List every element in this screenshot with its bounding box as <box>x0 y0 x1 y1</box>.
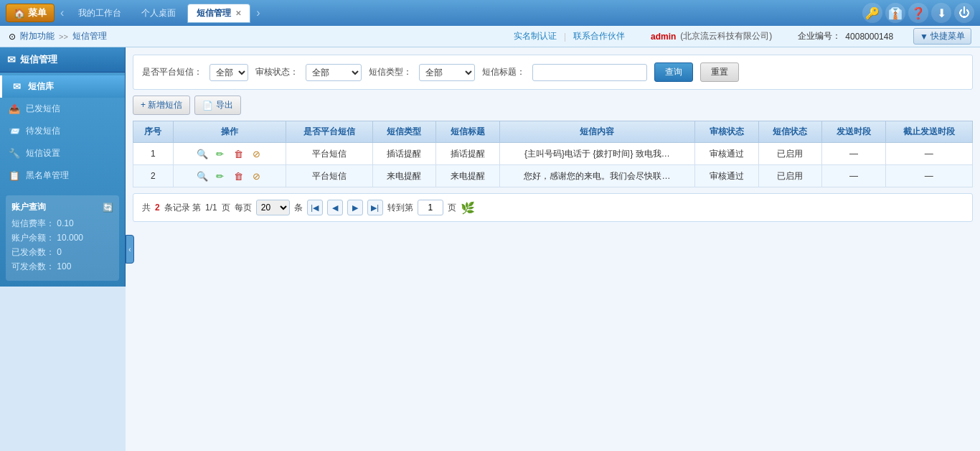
cell-send-2: — <box>822 165 886 187</box>
table-row: 2 🔍 ✏ 🗑 ⊘ 平台短信 来电提醒 来电提醒 您好，感谢您的来电。我们会尽快… <box>133 165 973 187</box>
help-icon-btn[interactable]: ❓ <box>908 3 928 23</box>
delete-icon-1[interactable]: 🗑 <box>231 147 245 161</box>
goto-unit: 页 <box>448 202 456 214</box>
audit-label: 审核状态： <box>255 66 298 78</box>
sidebar-menu: ✉ 短信库 📤 已发短信 📨 待发短信 🔧 短信设置 📋 黑名单管理 <box>0 73 125 190</box>
edit-icon-1[interactable]: ✏ <box>213 147 227 161</box>
link-realname[interactable]: 实名制认证 <box>514 30 557 42</box>
shirt-icon-btn[interactable]: 👔 <box>885 3 905 23</box>
sent-icon: 📤 <box>9 103 20 114</box>
cell-audit-1: 审核通过 <box>695 143 759 165</box>
content-area: 是否平台短信： 全部是否 审核状态： 全部审核通过待审核已拒绝 短信类型： 全部… <box>126 47 980 451</box>
query-button[interactable]: 查询 <box>654 62 693 82</box>
platform-select[interactable]: 全部是否 <box>209 64 248 81</box>
cell-seq-1: 1 <box>133 143 174 165</box>
sidebar-collapse-btn[interactable]: ‹ <box>126 235 134 264</box>
add-sms-button[interactable]: + 新增短信 <box>133 96 190 115</box>
col-platform: 是否平台短信 <box>286 121 372 143</box>
per-page-label: 每页 <box>235 202 252 214</box>
cell-seq-2: 2 <box>133 165 174 187</box>
key-icon-btn[interactable]: 🔑 <box>862 3 882 23</box>
col-status: 短信状态 <box>758 121 822 143</box>
col-title: 短信标题 <box>436 121 500 143</box>
sidebar-header: ✉ 短信管理 <box>0 47 125 73</box>
sidebar-item-smslib[interactable]: ✉ 短信库 <box>0 75 125 98</box>
company-name: (北京流云科技有限公司) <box>680 30 772 42</box>
toolbar: + 新增短信 📄 导出 <box>133 96 973 115</box>
cell-end-1: — <box>885 143 972 165</box>
smslib-icon: ✉ <box>11 81 22 92</box>
cell-type-1: 插话提醒 <box>372 143 436 165</box>
tab-sms[interactable]: 短信管理 ✕ <box>187 4 250 23</box>
cell-title-2: 来电提醒 <box>436 165 500 187</box>
quick-menu-label: 快捷菜单 <box>930 30 965 42</box>
total-label: 共 <box>142 202 151 214</box>
menu-button[interactable]: 🏠 菜单 <box>6 4 55 22</box>
nav-forward-arrow[interactable]: › <box>253 6 263 19</box>
refresh-icon[interactable]: 🔄 <box>103 203 113 213</box>
audit-select[interactable]: 全部审核通过待审核已拒绝 <box>306 64 362 81</box>
link-partner[interactable]: 联系合作伙伴 <box>573 30 625 42</box>
subject-input[interactable] <box>532 64 647 81</box>
breadcrumb-bar: ⊙ 附加功能 >> 短信管理 实名制认证 | 联系合作伙伴 admin (北京流… <box>0 26 980 47</box>
col-type: 短信类型 <box>372 121 436 143</box>
sidebar-item-settings[interactable]: 🔧 短信设置 <box>0 142 125 164</box>
settings-icon: 🔧 <box>9 148 20 159</box>
view-icon-2[interactable]: 🔍 <box>195 169 209 183</box>
page-info: 1/1 <box>205 203 217 213</box>
col-content: 短信内容 <box>499 121 694 143</box>
per-page-select[interactable]: 102050100 <box>256 200 290 215</box>
prev-page-btn[interactable]: ◀ <box>327 200 343 215</box>
sidebar-wrapper: ✉ 短信管理 ✉ 短信库 📤 已发短信 📨 待发短信 🔧 短信设 <box>0 47 126 451</box>
disable-icon-2[interactable]: ⊘ <box>250 169 264 183</box>
next-page-btn[interactable]: ▶ <box>347 200 363 215</box>
quick-menu-btn[interactable]: ▼ 快捷菜单 <box>913 28 971 45</box>
envelope-icon: ✉ <box>7 54 16 65</box>
col-send-period: 发送时段 <box>822 121 886 143</box>
tab-desktop[interactable]: 个人桌面 <box>133 4 184 22</box>
tab-workbench[interactable]: 我的工作台 <box>70 4 130 22</box>
account-title: 账户查询 <box>11 201 46 213</box>
account-section: 账户查询 🔄 短信费率： 0.10 账户余额： 10.000 已发余数： 0 可… <box>6 195 119 281</box>
nav-back-arrow[interactable]: ‹ <box>57 6 67 19</box>
type-select[interactable]: 全部平台短信自定义 <box>419 64 475 81</box>
sidebar-item-sent[interactable]: 📤 已发短信 <box>0 98 125 120</box>
goto-input[interactable] <box>418 200 443 215</box>
reset-button[interactable]: 重置 <box>700 62 739 82</box>
sidebar-item-blacklist[interactable]: 📋 黑名单管理 <box>0 164 125 187</box>
first-page-btn[interactable]: |◀ <box>307 200 323 215</box>
delete-icon-2[interactable]: 🗑 <box>231 169 245 183</box>
cell-type-2: 来电提醒 <box>372 165 436 187</box>
edit-icon-2[interactable]: ✏ <box>213 169 227 183</box>
power-icon-btn[interactable]: ⏻ <box>954 3 974 23</box>
sidebar-item-label: 已发短信 <box>26 103 60 115</box>
records-label: 条记录 第 <box>164 202 201 214</box>
pagination-refresh-icon[interactable]: 🌿 <box>461 201 475 215</box>
main-layout: ✉ 短信管理 ✉ 短信库 📤 已发短信 📨 待发短信 🔧 短信设 <box>0 47 980 451</box>
tab-close-icon[interactable]: ✕ <box>235 9 241 17</box>
home-icon: 🏠 <box>14 8 25 19</box>
dropdown-icon: ▼ <box>920 32 928 42</box>
platform-label: 是否平台短信： <box>142 66 202 78</box>
pagination: 共 2 条记录 第 1/1 页 每页 102050100 条 |◀ ◀ ▶ ▶|… <box>133 193 973 222</box>
sidebar-item-pending[interactable]: 📨 待发短信 <box>0 120 125 142</box>
goto-label: 转到第 <box>387 202 413 214</box>
last-page-btn[interactable]: ▶| <box>367 200 383 215</box>
cell-status-2: 已启用 <box>758 165 822 187</box>
cell-end-2: — <box>885 165 972 187</box>
subject-label: 短信标题： <box>482 66 525 78</box>
sidebar: ✉ 短信管理 ✉ 短信库 📤 已发短信 📨 待发短信 🔧 短信设 <box>0 47 126 287</box>
admin-name: admin <box>651 32 676 42</box>
export-button[interactable]: 📄 导出 <box>194 96 241 115</box>
download-icon-btn[interactable]: ⬇ <box>931 3 951 23</box>
breadcrumb-sms: 短信管理 <box>72 30 107 42</box>
disable-icon-1[interactable]: ⊘ <box>250 147 264 161</box>
sidebar-item-label: 短信设置 <box>26 147 60 159</box>
cell-status-1: 已启用 <box>758 143 822 165</box>
col-audit: 审核状态 <box>695 121 759 143</box>
view-icon-1[interactable]: 🔍 <box>195 147 209 161</box>
col-seq: 序号 <box>133 121 174 143</box>
enterprise-no: 4008000148 <box>845 32 893 42</box>
breadcrumb-addon: 附加功能 <box>20 30 55 42</box>
per-page-unit: 条 <box>294 202 303 214</box>
